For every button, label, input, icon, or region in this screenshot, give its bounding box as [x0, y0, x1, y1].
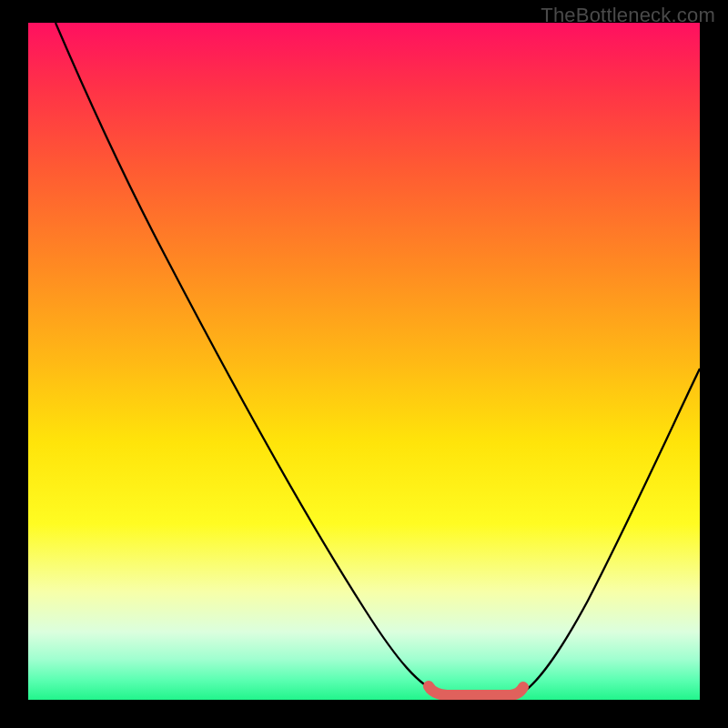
chart-plot-area — [28, 23, 700, 700]
bottleneck-curve — [56, 23, 700, 699]
bottleneck-chart-svg — [28, 23, 700, 700]
optimal-range-marker — [429, 686, 523, 695]
watermark-text: TheBottleneck.com — [541, 4, 715, 27]
